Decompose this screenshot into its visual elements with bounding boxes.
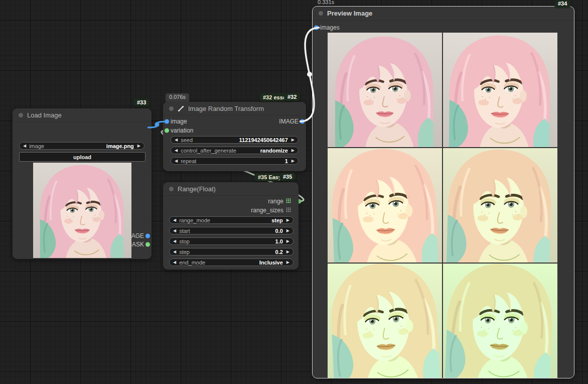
arrow-right-icon[interactable]: ▶ — [286, 218, 289, 222]
output-label: IMAGE — [279, 118, 299, 125]
widget-value: 0.2 — [275, 249, 283, 255]
widget-label: step — [179, 249, 190, 255]
widget-label: image — [29, 143, 44, 149]
transform-titlebar[interactable]: Image Random Transform — [163, 102, 306, 115]
input-label: image — [171, 118, 187, 125]
wire-midpoint-dot-white[interactable] — [307, 72, 312, 77]
node-load-image[interactable]: Load Image IMAGE MASK ◀ image image.png … — [13, 108, 152, 259]
widget-value: 0.0 — [275, 228, 283, 234]
output-label: range_sizes — [251, 207, 283, 214]
node-title: Preview Image — [327, 10, 372, 17]
widget-value: image.png — [106, 143, 134, 149]
preview-variation-4[interactable] — [443, 148, 557, 263]
arrow-right-icon[interactable]: ▶ — [286, 250, 289, 254]
image-slot-icon[interactable] — [314, 26, 319, 30]
node-title: Load Image — [27, 111, 62, 119]
arrow-right-icon[interactable]: ▶ — [291, 149, 295, 153]
widget-label: range_mode — [179, 217, 210, 223]
widget-label: end_mode — [179, 260, 205, 266]
load-image-titlebar[interactable]: Load Image — [13, 108, 152, 122]
preview-titlebar[interactable]: Preview Image — [313, 7, 574, 21]
preview-image-grid — [328, 33, 557, 378]
arrow-left-icon[interactable]: ◀ — [175, 138, 178, 142]
arrow-left-icon[interactable]: ◀ — [173, 218, 176, 222]
input-variation[interactable]: variation — [163, 127, 193, 134]
load-image-preview — [33, 163, 131, 258]
preview-variation-1[interactable] — [328, 33, 442, 147]
widget-label: stop — [179, 238, 190, 244]
widget-value: 1 — [285, 158, 288, 164]
widget-repeat[interactable]: ◀ repeat 1 ▶ — [171, 157, 299, 165]
preview-variation-5[interactable] — [328, 264, 442, 378]
upload-button-label: upload — [73, 154, 91, 160]
widget-label: start — [179, 228, 190, 234]
wire-midpoint-dot-blue[interactable] — [155, 122, 160, 127]
arrow-right-icon[interactable]: ▶ — [286, 239, 289, 243]
variation-slot-icon[interactable] — [165, 129, 169, 133]
widget-label: seed — [181, 137, 193, 143]
preview-variation-3[interactable] — [328, 148, 442, 263]
widget-step[interactable]: ◀ step 0.2 ▶ — [169, 248, 293, 255]
collapse-dot-icon[interactable] — [169, 106, 174, 111]
input-label: variation — [171, 127, 193, 134]
preview-variation-6[interactable] — [443, 264, 557, 378]
image-slot-icon[interactable] — [145, 234, 150, 238]
arrow-right-icon[interactable]: ▶ — [286, 261, 289, 265]
arrow-right-icon[interactable]: ▶ — [291, 159, 295, 163]
timing-badge-preview: 0.331s — [314, 0, 338, 7]
input-images[interactable]: images — [313, 24, 340, 31]
arrow-left-icon[interactable]: ◀ — [173, 239, 176, 243]
widget-value: Inclusive — [259, 260, 283, 266]
output-image[interactable]: IMAGE — [228, 118, 306, 125]
arrow-right-icon[interactable]: ▶ — [291, 138, 295, 142]
arrow-left-icon[interactable]: ◀ — [173, 250, 176, 254]
widget-end-mode[interactable]: ◀ end_mode Inclusive ▶ — [169, 259, 293, 266]
wand-icon — [178, 105, 184, 112]
widget-value: step — [271, 217, 283, 223]
arrow-left-icon[interactable]: ◀ — [23, 144, 26, 148]
node-range-float[interactable]: Range(Float) range range_sizes ◀ range_m… — [163, 182, 299, 270]
node-preview-image[interactable]: Preview Image images — [313, 7, 574, 378]
range-titlebar[interactable]: Range(Float) — [163, 182, 299, 196]
image-slot-icon[interactable] — [165, 119, 169, 124]
arrow-right-icon[interactable]: ▶ — [286, 229, 289, 233]
node-image-random-transform[interactable]: Image Random Transform image IMAGE varia… — [163, 102, 306, 171]
widget-value: 1.0 — [275, 238, 283, 244]
arrow-left-icon[interactable]: ◀ — [173, 261, 176, 265]
image-slot-icon[interactable] — [300, 119, 305, 124]
output-range[interactable]: range — [201, 198, 299, 205]
input-label: images — [320, 24, 340, 31]
widget-range-mode[interactable]: ◀ range_mode step ▶ — [169, 216, 293, 224]
sequence-slot-icon-green[interactable] — [286, 198, 291, 205]
mask-slot-icon[interactable] — [145, 242, 150, 247]
preview-variation-2[interactable] — [443, 33, 557, 147]
output-label: range — [268, 198, 283, 205]
widget-stop[interactable]: ◀ stop 1.0 ▶ — [169, 237, 293, 245]
widget-start[interactable]: ◀ start 0.0 ▶ — [169, 227, 293, 234]
widget-seed[interactable]: ◀ seed 1121942450642467 ▶ — [171, 136, 299, 144]
node-id-badge-32: #32 — [284, 93, 300, 101]
widget-label: control_after_generate — [181, 148, 236, 154]
collapse-dot-icon[interactable] — [169, 187, 174, 191]
collapse-dot-icon[interactable] — [319, 11, 323, 16]
arrow-left-icon[interactable]: ◀ — [175, 159, 178, 163]
sequence-slot-icon-gray[interactable] — [286, 207, 291, 214]
arrow-left-icon[interactable]: ◀ — [173, 229, 176, 233]
node-title: Image Random Transform — [188, 105, 264, 112]
arrow-right-icon[interactable]: ▶ — [137, 144, 140, 148]
collapse-dot-icon[interactable] — [19, 113, 23, 117]
node-id-badge-34: #34 — [554, 0, 570, 8]
arrow-left-icon[interactable]: ◀ — [175, 149, 178, 153]
node-id-badge-35: #35 — [279, 173, 296, 181]
widget-value: randomize — [260, 148, 288, 154]
node-title: Range(Float) — [178, 185, 216, 193]
input-image[interactable]: image — [163, 118, 187, 125]
timing-badge-transform: 0.076s — [166, 93, 189, 102]
node-id-badge-33: #33 — [133, 98, 150, 106]
upload-button[interactable]: upload — [19, 152, 145, 162]
widget-control-after-generate[interactable]: ◀ control_after_generate randomize ▶ — [171, 147, 299, 154]
widget-label: repeat — [181, 158, 196, 164]
widget-value: 1121942450642467 — [239, 137, 288, 143]
output-range-sizes[interactable]: range_sizes — [201, 207, 299, 214]
widget-image-file[interactable]: ◀ image image.png ▶ — [19, 142, 144, 150]
